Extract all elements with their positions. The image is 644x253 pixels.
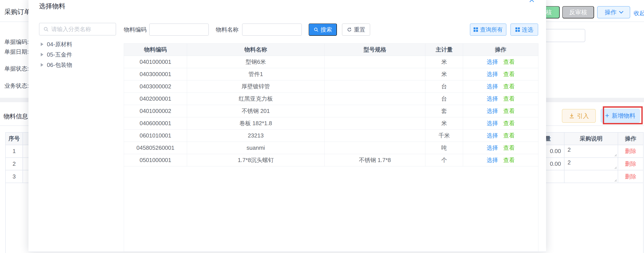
op-cell: 选择 查看 [463,81,538,93]
tree-node-label: 05-五金件 [47,51,72,59]
reset-button-label: 重置 [354,26,365,34]
name-cell: 管件1 [187,68,325,80]
table-row[interactable]: 0406000001 卷板 182*1.8 米 选择 查看 [124,117,538,130]
resize-grip-icon[interactable] [614,153,617,157]
table-row[interactable]: 0401000001 型钢6米 米 选择 查看 [124,56,538,68]
multi-select-label: 连选 [522,26,534,34]
view-link[interactable]: 查看 [503,58,515,66]
tree-node-hardware[interactable]: 05-五金件 [41,50,111,59]
op-header: 操作 [618,133,644,145]
material-table-right: 数量 采购说明 操作 0.00 2 删除 0.00 2 删除 [530,132,644,253]
table-row[interactable]: 0501000001 1.7*8沉头螺钉 不锈钢 1.7*8 个 选择 查看 [124,154,538,166]
spec-cell [325,117,426,129]
view-link[interactable]: 查看 [503,107,515,115]
delete-link[interactable]: 删除 [625,160,636,168]
table-row[interactable]: 0601010001 23213 千米 选择 查看 [124,130,538,142]
code-cell: 0601010001 [124,130,187,142]
tree-node-raw-materials[interactable]: 04-原材料 [41,40,111,49]
table-row[interactable]: 0403000001 管件1 米 选择 查看 [124,68,538,81]
delete-link[interactable]: 删除 [625,147,636,155]
select-link[interactable]: 选择 [487,132,498,139]
select-link[interactable]: 选择 [487,83,498,90]
note-textarea[interactable]: 2 [564,145,618,158]
reverse-audit-label: 反审核 [569,8,587,16]
import-button[interactable]: 引入 [562,109,596,123]
table-row[interactable]: 0401000002 不锈钢 201 套 选择 查看 [124,105,538,117]
resize-grip-icon[interactable] [614,178,617,182]
view-link[interactable]: 查看 [503,144,515,152]
grid-icon [516,28,520,32]
add-material-button[interactable]: + 新增物料 [601,109,640,123]
spec-cell [325,130,426,142]
caret-right-icon[interactable] [41,53,43,56]
unit-cell: 台 [426,81,463,93]
op-cell: 删除 [618,170,644,183]
code-cell: 0401000001 [124,56,187,68]
query-all-button[interactable]: 查询所有 [470,24,506,36]
spec-cell [325,56,426,68]
code-cell: 045805260001 [124,142,187,154]
spec-cell [325,142,426,154]
spec-cell [325,81,426,93]
query-all-label: 查询所有 [480,26,503,34]
modal-title: 选择物料 [39,2,65,11]
tree-node-label: 06-包装物 [47,61,72,69]
collapse-link[interactable]: 收起 [634,10,644,17]
table-row[interactable]: 0403000002 厚壁镀锌管 台 选择 查看 [124,81,538,93]
material-name-input[interactable] [242,24,302,36]
plus-icon: + [605,112,609,119]
resize-grip-icon[interactable] [614,166,617,169]
doc-status-label: 单据状态: [4,65,29,73]
name-header: 物料名称 [187,44,325,56]
note-textarea[interactable] [564,170,618,183]
tree-node-label: 04-原材料 [47,41,72,48]
table-row[interactable]: 0402000001 红黑亚克力板 台 选择 查看 [124,93,538,105]
search-button[interactable]: 搜索 [309,24,337,36]
op-cell: 选择 查看 [463,154,538,166]
view-link[interactable]: 查看 [503,95,515,103]
op-cell: 选择 查看 [463,130,538,142]
view-link[interactable]: 查看 [503,70,515,78]
download-icon [569,113,574,119]
actions-label: 操作 [605,8,616,16]
actions-dropdown-button[interactable]: 操作 [597,6,630,19]
name-cell: 卷板 182*1.8 [187,117,325,129]
multi-select-button[interactable]: 连选 [510,24,538,36]
refresh-icon [347,27,352,32]
reverse-audit-button[interactable]: 反审核 [562,6,594,19]
select-link[interactable]: 选择 [487,156,498,164]
note-textarea[interactable]: 2 [564,158,618,171]
select-link[interactable]: 选择 [487,95,498,103]
caret-right-icon[interactable] [41,63,43,67]
view-link[interactable]: 查看 [503,132,515,139]
select-link[interactable]: 选择 [487,58,498,66]
doc-code-label: 单据编码: [4,38,29,46]
code-cell: 0402000001 [124,93,187,105]
tree-node-packaging[interactable]: 06-包装物 [41,60,111,70]
material-code-input[interactable] [149,24,209,36]
select-link[interactable]: 选择 [487,70,498,78]
unit-cell: 套 [426,105,463,117]
caret-right-icon[interactable] [41,43,43,46]
op-cell: 删除 [618,145,644,158]
op-cell: 选择 查看 [463,68,538,80]
code-header: 物料编码 [124,44,187,56]
name-cell: 不锈钢 201 [187,105,325,117]
name-cell: 厚壁镀锌管 [187,81,325,93]
view-link[interactable]: 查看 [503,83,515,90]
reset-button[interactable]: 重置 [342,24,370,36]
select-link[interactable]: 选择 [487,119,498,127]
code-cell: 0403000002 [124,81,187,93]
op-header: 操作 [463,44,538,56]
select-link[interactable]: 选择 [487,107,498,115]
select-link[interactable]: 选择 [487,144,498,152]
spec-cell [325,68,426,80]
view-link[interactable]: 查看 [503,156,515,164]
chevron-down-icon [619,9,624,14]
view-link[interactable]: 查看 [503,119,515,127]
code-cell: 0401000002 [124,105,187,117]
table-row[interactable]: 045805260001 suanmi 吨 选择 查看 [124,142,538,154]
category-search-input[interactable]: 请输入分类名称 [39,23,116,36]
delete-link[interactable]: 删除 [625,173,636,180]
close-icon[interactable]: × [529,0,535,5]
